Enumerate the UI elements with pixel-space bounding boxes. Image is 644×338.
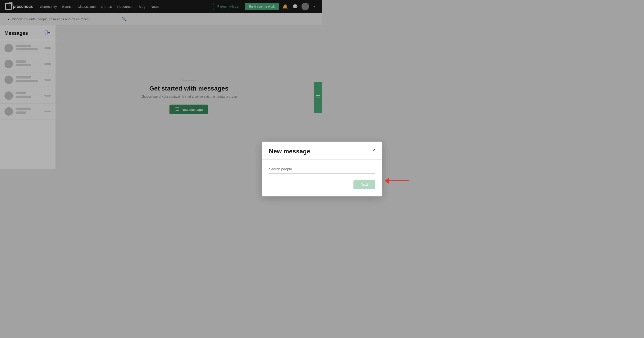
search-people-input[interactable] [269, 165, 322, 169]
modal-body: Next [262, 165, 322, 169]
new-message-modal: New message × Next [262, 142, 322, 169]
modal-divider [262, 160, 322, 160]
modal-title: New message [269, 148, 310, 155]
modal-header: New message × [262, 142, 322, 160]
modal-overlay[interactable]: New message × Next [0, 0, 322, 169]
